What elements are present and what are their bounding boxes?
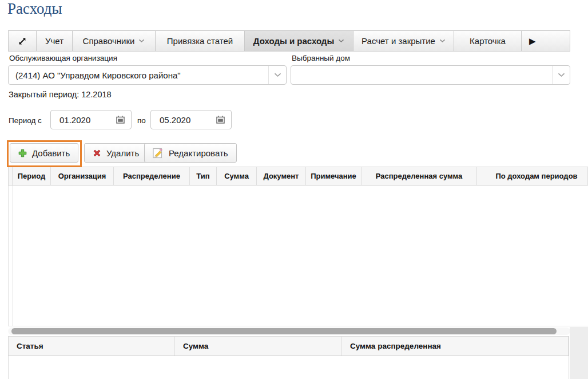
play-icon: ▶ (529, 37, 536, 45)
row-gutter-column (9, 167, 13, 185)
house-label: Выбранный дом (292, 54, 350, 62)
house-select[interactable] (291, 65, 570, 85)
expand-diagonal-icon (18, 37, 27, 46)
scrollbar-thumb[interactable] (11, 328, 557, 334)
articles-table-body[interactable] (8, 356, 569, 379)
column-header-distributed-sum[interactable]: Распределенная сумма (361, 167, 477, 185)
expand-button[interactable] (8, 30, 37, 52)
organization-select[interactable]: (2414) АО "Управдом Кировского района" (8, 65, 287, 85)
column-header-note[interactable]: Примечание (306, 167, 361, 185)
horizontal-scrollbar[interactable] (8, 327, 570, 335)
expenses-table-header: Период Организация Распределение Тип Сум… (8, 167, 588, 185)
period-to-input[interactable]: 05.2020 (150, 110, 232, 129)
closed-period-text: Закрытый период: 12.2018 (9, 90, 112, 99)
column-header-sum[interactable]: Сумма (217, 167, 257, 185)
background-strip (570, 327, 588, 379)
period-to-label: по (137, 116, 146, 125)
tab-label: Привязка статей (167, 36, 233, 46)
delete-button[interactable]: Удалить (84, 143, 148, 163)
tab-kartochka[interactable]: Карточка (454, 30, 522, 52)
tab-label: Карточка (470, 36, 506, 46)
column-header-distribution[interactable]: Распределение (114, 167, 190, 185)
period-to-value: 05.2020 (160, 115, 190, 125)
period-from-label: Период с (9, 116, 42, 125)
chevron-down-icon (439, 39, 446, 43)
tab-raschet-i-zakrytie[interactable]: Расчет и закрытие (353, 30, 454, 52)
add-button-label: Добавить (32, 148, 70, 158)
calendar-icon[interactable] (116, 116, 125, 124)
add-button[interactable]: Добавить (10, 143, 78, 163)
plus-icon (18, 149, 27, 157)
period-from-value: 01.2020 (59, 115, 90, 125)
organization-value: (2414) АО "Управдом Кировского района" (9, 66, 268, 84)
expenses-page: Расходы Учет Справочники Привязка статей (0, 0, 588, 379)
tab-dohody-i-rashody[interactable]: Доходы и расходы (245, 30, 353, 52)
main-toolbar: Учет Справочники Привязка статей Доходы … (8, 30, 570, 52)
cross-icon (93, 149, 101, 157)
column-header-period[interactable]: Период (13, 167, 51, 185)
house-value (291, 66, 552, 84)
toolbar-next-button[interactable]: ▶ (522, 30, 570, 52)
articles-table-header: Статья Сумма Сумма распределенная (8, 336, 569, 356)
column-header-by-period-incomes[interactable]: По доходам периодов (477, 167, 588, 185)
expenses-table-body[interactable] (8, 185, 588, 326)
tab-label: Расчет и закрытие (361, 36, 435, 46)
column-header-type[interactable]: Тип (190, 167, 217, 185)
edit-button[interactable]: Редактировать (144, 143, 237, 163)
column-header-article-sum[interactable]: Сумма (175, 337, 342, 356)
tab-label: Учет (45, 36, 63, 46)
column-header-article[interactable]: Статья (9, 337, 175, 356)
tab-privyazka-statey[interactable]: Привязка статей (156, 30, 245, 52)
tab-spravochniki[interactable]: Справочники (73, 30, 156, 52)
tab-label: Доходы и расходы (253, 36, 334, 46)
column-header-organization[interactable]: Организация (51, 167, 114, 185)
chevron-down-icon (138, 39, 145, 43)
page-title: Расходы (7, 0, 62, 18)
edit-pencil-icon (153, 148, 164, 159)
column-header-article-distributed-sum[interactable]: Сумма распределенная (342, 337, 569, 356)
organization-label: Обслуживающая организация (9, 54, 117, 62)
calendar-icon[interactable] (216, 116, 225, 124)
period-from-input[interactable]: 01.2020 (50, 110, 132, 129)
tab-uchet[interactable]: Учет (37, 30, 73, 52)
gutter-divider (12, 185, 13, 326)
tab-label: Справочники (83, 36, 135, 46)
delete-button-label: Удалить (106, 148, 139, 158)
chevron-down-icon[interactable] (268, 66, 286, 84)
edit-button-label: Редактировать (169, 148, 228, 158)
column-header-document[interactable]: Документ (257, 167, 306, 185)
chevron-down-icon (338, 39, 344, 43)
chevron-down-icon[interactable] (552, 66, 570, 84)
